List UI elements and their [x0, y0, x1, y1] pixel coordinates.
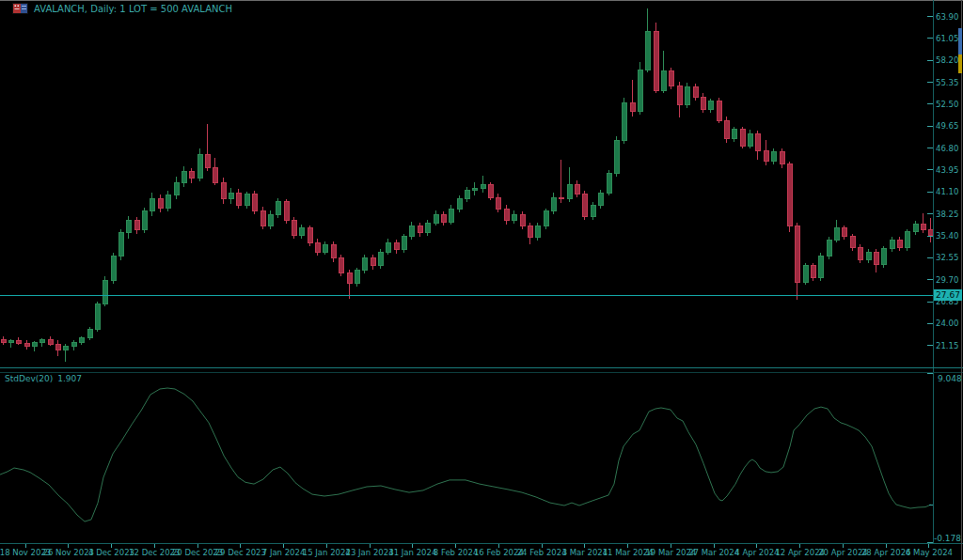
- candle-body: [740, 130, 745, 146]
- candle-body: [787, 164, 792, 226]
- time-scale[interactable]: [0, 543, 963, 560]
- candle-body: [701, 98, 705, 110]
- candle-body: [749, 133, 753, 146]
- candle-body: [355, 271, 359, 284]
- candle-body: [764, 150, 768, 161]
- chart-window-icon[interactable]: [12, 3, 28, 14]
- chart-title: AVALANCH, Daily: 1 LOT = 500 AVALANCH: [34, 4, 232, 14]
- candle-body: [811, 266, 815, 277]
- candle-body: [143, 211, 148, 230]
- candle-body: [118, 233, 123, 257]
- candle-body: [528, 226, 532, 237]
- candle-body: [134, 221, 139, 230]
- candle-body: [583, 194, 588, 217]
- candle-body: [292, 221, 296, 236]
- candle-body: [906, 232, 910, 247]
- indicator-name: StdDev(20): [5, 374, 53, 383]
- candle-body: [284, 202, 289, 221]
- candle-body: [418, 226, 422, 232]
- candle-body: [174, 182, 179, 194]
- candle-body: [513, 214, 517, 221]
- candle-body: [308, 228, 312, 243]
- stddev-line: [0, 388, 931, 521]
- candle-body: [717, 101, 721, 120]
- candle-body: [166, 195, 171, 209]
- candle-body: [859, 247, 863, 259]
- candle-body: [567, 184, 572, 199]
- candle-body: [403, 237, 407, 250]
- candle-body: [213, 167, 218, 182]
- candle-body: [316, 242, 321, 252]
- candle-body: [56, 345, 61, 350]
- candle-body: [670, 71, 674, 86]
- candle-body: [497, 197, 501, 209]
- candle-body: [874, 252, 878, 264]
- candle-body: [623, 102, 627, 140]
- candle-body: [465, 191, 469, 199]
- candle-body: [127, 221, 132, 233]
- candle-body: [654, 32, 658, 90]
- candle-body: [662, 71, 667, 90]
- bid-price-tag: 27.67: [934, 289, 962, 301]
- candle-body: [229, 193, 234, 199]
- candle-body: [724, 120, 729, 139]
- candle-body: [24, 344, 29, 347]
- candle-body: [300, 228, 305, 235]
- candle-body: [922, 225, 926, 230]
- indicator-label: StdDev(20)1.907: [5, 374, 82, 383]
- candle-body: [32, 343, 37, 347]
- candle-body: [426, 223, 431, 233]
- candle-body: [544, 211, 548, 226]
- candle-body: [473, 188, 478, 190]
- candle-body: [324, 244, 328, 252]
- candle-body: [253, 194, 258, 211]
- candle-body: [111, 256, 116, 280]
- price-scale[interactable]: [933, 0, 963, 543]
- candle-body: [363, 258, 368, 271]
- candle-body: [504, 209, 509, 220]
- candle-body: [827, 240, 831, 256]
- candle-body: [457, 199, 462, 210]
- candle-body: [182, 171, 186, 182]
- candle-body: [772, 152, 777, 162]
- candle-body: [441, 214, 446, 222]
- mini-chart-icon-graphic: [12, 3, 28, 14]
- candle-body: [64, 346, 69, 350]
- candle-body: [434, 214, 438, 223]
- candle-body: [686, 86, 690, 105]
- candle-body: [221, 182, 226, 198]
- candle-body: [630, 102, 635, 111]
- candle-body: [245, 194, 249, 205]
- candle-body: [1, 340, 6, 343]
- candle-body: [890, 240, 894, 249]
- candle-body: [347, 272, 352, 283]
- candle-body: [387, 242, 391, 252]
- candle-body: [614, 140, 619, 173]
- candle-body: [371, 258, 375, 266]
- candle-body: [40, 340, 45, 343]
- terminal-chart-window: 63.9061.0558.2055.3552.5049.6546.8043.95…: [0, 0, 963, 560]
- candle-body: [733, 130, 737, 139]
- candle-body: [835, 228, 840, 240]
- candle-body: [80, 338, 85, 342]
- candle-body: [87, 329, 92, 338]
- candle-body: [450, 209, 454, 222]
- candle-body: [520, 214, 525, 226]
- indicator-axis-max-label: 9.048: [938, 374, 962, 383]
- candle-body: [205, 155, 210, 167]
- candle-body: [95, 303, 100, 329]
- candle-body: [71, 342, 76, 346]
- candle-body: [378, 252, 383, 266]
- chart-canvas[interactable]: 63.9061.0558.2055.3552.5049.6546.8043.95…: [0, 0, 963, 560]
- candle-body: [481, 185, 485, 188]
- candle-body: [260, 211, 265, 226]
- candle-body: [796, 226, 800, 282]
- candle-body: [489, 185, 494, 197]
- candle-body: [339, 258, 344, 273]
- candle-body: [638, 70, 642, 111]
- candle-body: [560, 197, 564, 199]
- candle-body: [819, 256, 824, 277]
- candle-body: [599, 193, 604, 205]
- chart-title-row: AVALANCH, Daily: 1 LOT = 500 AVALANCH: [12, 3, 232, 14]
- candle-body: [158, 199, 163, 209]
